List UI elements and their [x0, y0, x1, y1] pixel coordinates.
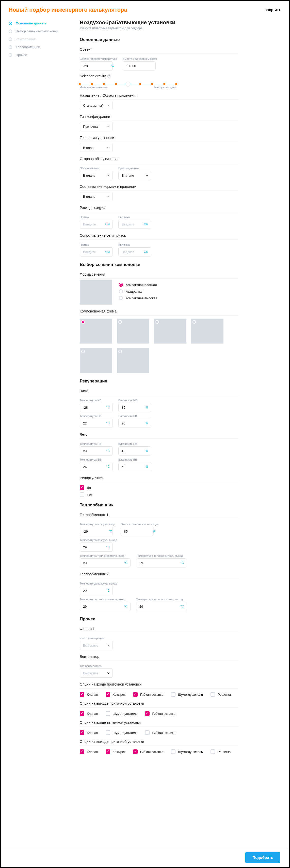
hx1-carrier-in-t[interactable]	[80, 558, 131, 567]
shape-radio-compact-flat[interactable]: Компактная плоская	[119, 283, 157, 287]
option-checkbox[interactable]: Клапан	[80, 692, 98, 697]
hx2-carrier-in-t[interactable]	[80, 602, 131, 611]
group-winter: Зима	[80, 389, 238, 395]
option-checkbox[interactable]: Козырек	[106, 749, 125, 754]
step-basic-data[interactable]: Основные данные	[9, 19, 80, 27]
summer-h-vv[interactable]	[118, 462, 151, 471]
option-checkbox[interactable]: Козырек	[106, 692, 125, 697]
group-recirc: Рециркуляция	[80, 476, 238, 482]
section-other: Прочее	[80, 617, 238, 622]
layout-thumb[interactable]	[117, 319, 149, 344]
shape-radio-compact-tall[interactable]: Компактная высокая	[119, 296, 157, 300]
footer-bar: Подобрать	[2, 849, 288, 866]
hx1-air-in-t[interactable]	[80, 527, 113, 536]
option-checkbox[interactable]: Гибкая вставка	[133, 692, 163, 697]
option-checkbox[interactable]: Клапан	[80, 749, 98, 754]
winter-t-vv[interactable]	[80, 418, 113, 428]
group-object: Объект	[80, 47, 238, 54]
group-hx1: Теплообменник 1	[80, 513, 238, 519]
close-button[interactable]: закрыть	[265, 8, 281, 12]
layout-thumb[interactable]	[191, 319, 223, 344]
option-checkbox[interactable]: Шумоглушителя	[171, 692, 203, 697]
section-recuperation: Рекуперация	[80, 379, 238, 384]
group-air-flow: Расход воздуха	[80, 206, 238, 212]
resist-in-input[interactable]	[80, 247, 113, 256]
group-opt-in-exhaust: Опции на входе вытяжной установки	[80, 720, 238, 727]
page-subtitle: Укажите известные параметры для подбора	[80, 27, 238, 30]
group-topology: Топология установки	[80, 136, 238, 142]
step-other[interactable]: Прочее	[9, 51, 80, 59]
winter-h-nv[interactable]	[118, 403, 151, 412]
layout-thumb[interactable]	[154, 319, 186, 344]
filter-class-select[interactable]	[80, 641, 113, 650]
altitude-input[interactable]	[123, 61, 156, 70]
hx2-air-out-t[interactable]	[80, 586, 113, 595]
group-opt-out-supply: Опции на выходе приточной установки	[80, 701, 238, 708]
group-config-type: Тип конфигурации	[80, 115, 238, 121]
group-layout-scheme: Компоновочная схема	[80, 309, 238, 315]
topology-select[interactable]	[80, 143, 113, 152]
layout-thumb[interactable]	[117, 348, 149, 373]
page-title: Воздухообрабатвыющие установки	[80, 19, 238, 26]
summer-t-vv[interactable]	[80, 462, 113, 471]
group-norms: Соответствие нормам и правилам	[80, 185, 238, 191]
shape-preview	[80, 280, 112, 305]
hx1-air-in-h[interactable]	[121, 527, 154, 536]
group-purpose: Назначение / Область применения	[80, 93, 238, 100]
fan-type-select[interactable]	[80, 669, 113, 678]
group-filter1: Фильтр 1	[80, 627, 238, 633]
opt-out-supply-checks: КлапанШумоглушительГибкая вставка	[80, 711, 238, 716]
section-heat-exchanger: Теплообменник	[80, 503, 238, 508]
purpose-select[interactable]	[80, 101, 113, 110]
opt-in-supply-checks: КлапанКозырекГибкая вставкаШумоглушителя…	[80, 692, 238, 697]
submit-button[interactable]: Подобрать	[245, 852, 280, 863]
recirc-yes[interactable]: Да	[80, 485, 238, 490]
modal-title: Новый подбор инженерного калькулятора	[9, 7, 127, 13]
layout-thumb[interactable]	[80, 348, 112, 373]
group-opt-in-supply: Опции на входе приточной установки	[80, 682, 238, 689]
layout-thumb[interactable]	[80, 319, 112, 344]
hx2-carrier-out-t[interactable]	[136, 602, 187, 611]
avg-temp-input[interactable]	[80, 61, 113, 70]
summer-t-nv[interactable]	[80, 446, 113, 456]
section-layout-selection: Выбор сечения-компоновки	[80, 262, 238, 267]
option-checkbox[interactable]: Клапан	[80, 730, 98, 735]
opt-out-supply2-checks: КлапанКозырекГибкая вставкаШумоглушитель…	[80, 749, 238, 754]
recirc-no[interactable]: Нет	[80, 492, 238, 497]
air-in-input[interactable]	[80, 220, 113, 229]
step-heat-exchanger[interactable]: Теплообменник	[9, 43, 80, 51]
summer-h-nv[interactable]	[118, 446, 151, 456]
winter-h-vv[interactable]	[118, 418, 151, 428]
step-section-layout[interactable]: Выбор сечения-компоновки	[9, 27, 80, 35]
service-select[interactable]	[80, 171, 113, 180]
step-recuperation[interactable]: Рекуперация	[9, 35, 80, 43]
air-out-input[interactable]	[118, 220, 151, 229]
group-hx2: Теплообменник 2	[80, 572, 238, 579]
option-checkbox[interactable]: Гибкая вставка	[133, 749, 163, 754]
hx1-air-out-t[interactable]	[80, 542, 113, 552]
shape-radio-square[interactable]: Квадратная	[119, 289, 157, 293]
norms-select[interactable]	[80, 192, 113, 201]
gravity-slider[interactable]	[80, 84, 176, 84]
opt-in-exhaust-checks: КлапанШумоглушительГибкая вставка	[80, 730, 238, 735]
option-checkbox[interactable]: Гибкая вставка	[145, 730, 175, 735]
hx1-carrier-out-t[interactable]	[136, 558, 187, 567]
group-summer: Лето	[80, 432, 238, 439]
group-shape: Форма сечения	[80, 272, 238, 279]
option-checkbox[interactable]: Гибкая вставка	[145, 711, 175, 716]
info-icon[interactable]: ?	[107, 74, 111, 78]
config-select[interactable]	[80, 122, 113, 131]
section-basic-data: Основные данные	[80, 37, 238, 42]
group-resistance: Сопротивление сети приток	[80, 234, 238, 240]
connect-select[interactable]	[118, 171, 151, 180]
steps-sidebar: Основные данные Выбор сечения-компоновки…	[9, 19, 80, 788]
option-checkbox[interactable]: Шумоглушитель	[171, 749, 203, 754]
winter-t-nv[interactable]	[80, 403, 113, 412]
option-checkbox[interactable]: Шумоглушитель	[106, 730, 138, 735]
option-checkbox[interactable]: Решетка	[211, 749, 231, 754]
group-fan: Вентилятор	[80, 654, 238, 661]
option-checkbox[interactable]: Клапан	[80, 711, 98, 716]
option-checkbox[interactable]: Шумоглушитель	[106, 711, 138, 716]
resist-out-input[interactable]	[118, 247, 151, 256]
option-checkbox[interactable]: Решетка	[211, 692, 231, 697]
